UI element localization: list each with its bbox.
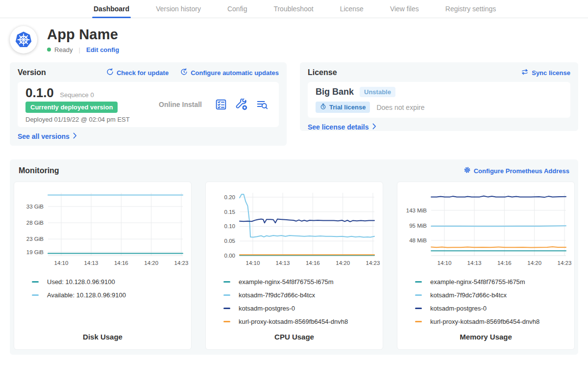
configure-prometheus-button[interactable]: Configure Prometheus Address [464, 166, 569, 175]
tab-config[interactable]: Config [214, 0, 260, 18]
memory-usage-legend: example-nginx-54f8f76755-l675m kotsadm-7… [397, 270, 574, 331]
see-all-versions-link[interactable]: See all versions [18, 132, 77, 140]
memory-usage-plot: 14:1014:1314:1614:2014:23143 MiB95 MiB48… [397, 187, 575, 270]
legend-item: example-nginx-54f8f76755-l675m [223, 278, 383, 286]
legend-item: kotsadm-postgres-0 [415, 305, 574, 312]
gear-icon [464, 166, 471, 175]
svg-text:0.05: 0.05 [224, 238, 235, 244]
legend-swatch [415, 281, 422, 283]
kubernetes-logo-icon [10, 26, 37, 53]
svg-text:14:10: 14:10 [438, 260, 452, 266]
see-license-details-link[interactable]: See license details [308, 123, 376, 131]
legend-swatch [415, 321, 422, 322]
svg-text:14:23: 14:23 [366, 260, 380, 266]
legend-swatch [415, 308, 422, 309]
svg-text:14:10: 14:10 [246, 260, 260, 266]
svg-text:14:10: 14:10 [54, 260, 69, 266]
legend-item: kotsadm-7f9dc7d66c-b4tcx [415, 291, 574, 299]
svg-text:95 MiB: 95 MiB [409, 223, 427, 229]
legend-item: Used: 10.128.0.96:9100 [32, 278, 191, 286]
clock-refresh-icon [180, 68, 188, 77]
disk-usage-legend: Used: 10.128.0.96:9100 Available: 10.128… [14, 270, 191, 331]
svg-text:0.20: 0.20 [224, 194, 235, 200]
tab-registry-settings[interactable]: Registry settings [432, 0, 509, 18]
license-card: License Sync license Big Bank Unstable [300, 62, 578, 131]
svg-text:14:16: 14:16 [306, 260, 320, 266]
edit-config-values-icon[interactable] [236, 99, 247, 110]
chevron-right-icon [372, 123, 376, 131]
version-number: 0.1.0 [25, 85, 54, 100]
refresh-icon [106, 68, 114, 77]
monitoring-title: Monitoring [19, 166, 59, 175]
svg-text:28 GiB: 28 GiB [26, 220, 44, 226]
svg-text:14:20: 14:20 [336, 260, 350, 266]
version-sequence: Sequence 0 [60, 91, 94, 99]
chart-title: Disk Usage [14, 333, 191, 341]
svg-text:14:13: 14:13 [276, 260, 290, 266]
sync-icon [521, 68, 529, 77]
legend-item: kotsadm-postgres-0 [223, 305, 383, 312]
status-ready-dot [47, 48, 51, 52]
view-logs-icon[interactable] [256, 99, 268, 110]
tab-version-history[interactable]: Version history [143, 0, 214, 18]
sync-license-button[interactable]: Sync license [521, 68, 570, 77]
configure-automatic-updates-button[interactable]: Configure automatic updates [180, 68, 279, 77]
chevron-right-icon [73, 132, 77, 140]
svg-text:14:20: 14:20 [527, 260, 541, 266]
license-card-title: License [308, 68, 337, 77]
legend-swatch [415, 294, 422, 296]
chart-title: Memory Usage [397, 333, 574, 341]
svg-text:14:13: 14:13 [467, 260, 482, 266]
tab-troubleshoot[interactable]: Troubleshoot [260, 0, 326, 18]
legend-swatch [223, 294, 230, 296]
legend-swatch [32, 294, 39, 296]
status-text: Ready [54, 46, 73, 53]
svg-text:23 GiB: 23 GiB [26, 236, 44, 242]
tab-license[interactable]: License [327, 0, 377, 18]
svg-text:0.10: 0.10 [224, 223, 235, 229]
legend-swatch [223, 321, 230, 322]
svg-text:0.15: 0.15 [224, 209, 235, 215]
tab-dashboard[interactable]: Dashboard [80, 0, 143, 18]
memory-usage-chart-card: 14:1014:1314:1614:2014:23143 MiB95 MiB48… [397, 182, 575, 350]
deployed-version-badge: Currently deployed version [25, 102, 118, 113]
disk-usage-chart-card: 14:1014:1314:1614:2014:2333 GiB28 GiB23 … [14, 182, 192, 350]
svg-text:48 MiB: 48 MiB [409, 237, 427, 243]
check-for-update-button[interactable]: Check for update [106, 68, 169, 77]
svg-text:14:20: 14:20 [144, 260, 158, 266]
cpu-usage-plot: 14:1014:1314:1614:2014:230.200.150.100.0… [206, 187, 384, 270]
legend-item: kotsadm-7f9dc7d66c-b4tcx [223, 291, 383, 299]
version-card: Version Check for update [10, 62, 287, 146]
top-nav: Dashboard Version history Config Trouble… [0, 0, 588, 18]
app-header: App Name Ready | Edit config [0, 18, 588, 60]
install-type-label: Online Install [146, 101, 215, 108]
page-title: App Name [47, 26, 119, 43]
disk-usage-plot: 14:1014:1314:1614:2014:2333 GiB28 GiB23 … [14, 187, 192, 270]
legend-swatch [32, 281, 39, 283]
divider: | [79, 46, 80, 53]
svg-text:33 GiB: 33 GiB [26, 204, 44, 209]
release-notes-icon[interactable] [215, 99, 227, 110]
svg-text:14:23: 14:23 [174, 260, 189, 266]
chart-title: CPU Usage [206, 333, 383, 341]
edit-config-link[interactable]: Edit config [86, 46, 119, 53]
legend-item: kurl-proxy-kotsadm-8569fb6454-dnvh8 [415, 318, 574, 325]
svg-text:14:16: 14:16 [114, 260, 128, 266]
stopwatch-icon [320, 103, 326, 111]
svg-text:19 GiB: 19 GiB [26, 249, 44, 255]
svg-text:14:16: 14:16 [497, 260, 512, 266]
legend-swatch [223, 308, 230, 309]
legend-item: Available: 10.128.0.96:9100 [32, 291, 191, 299]
tab-view-files[interactable]: View files [377, 0, 432, 18]
license-customer-name: Big Bank [316, 87, 354, 97]
legend-swatch [223, 281, 230, 283]
license-expiry-text: Does not expire [376, 104, 424, 111]
legend-item: example-nginx-54f8f76755-l675m [415, 278, 574, 286]
svg-text:0.00: 0.00 [224, 253, 235, 259]
svg-text:14:13: 14:13 [84, 260, 98, 266]
svg-text:143 MiB: 143 MiB [406, 208, 427, 213]
license-type-badge: Trial license [316, 102, 370, 113]
monitoring-section: Monitoring Configure Prometheus Address … [10, 159, 578, 355]
legend-item: kurl-proxy-kotsadm-8569fb6454-dnvh8 [223, 318, 383, 325]
license-channel-badge: Unstable [360, 87, 395, 97]
